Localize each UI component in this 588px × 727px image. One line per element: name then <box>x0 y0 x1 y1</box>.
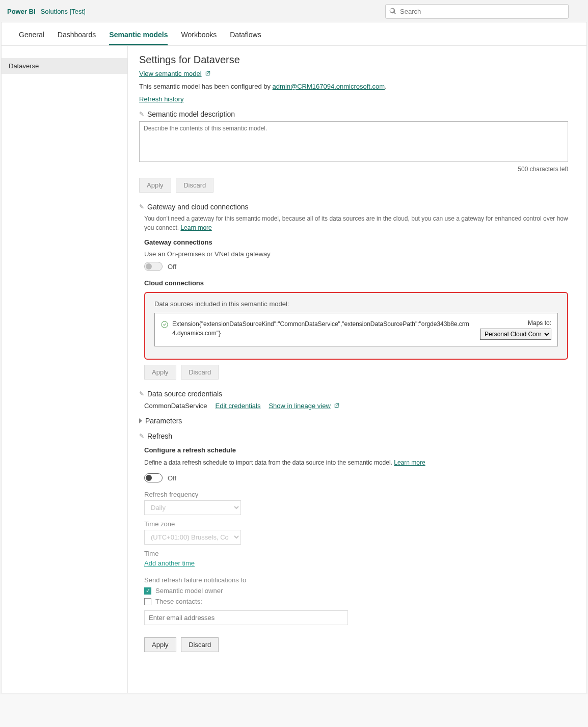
refresh-learn-more-link[interactable]: Learn more <box>394 459 425 466</box>
notify-owner-label: Semantic model owner <box>155 587 223 595</box>
section-description-header[interactable]: ✎ Semantic model description <box>139 110 568 118</box>
refresh-discard-button[interactable]: Discard <box>181 637 219 652</box>
refresh-schedule-toggle[interactable] <box>144 473 163 482</box>
data-source-row: Extension{"extensionDataSourceKind":"Com… <box>154 313 558 346</box>
cloud-connections-highlight: Data sources included in this semantic m… <box>144 292 568 360</box>
edit-icon: ✎ <box>139 203 144 210</box>
notify-contacts-checkbox[interactable] <box>144 598 151 605</box>
notify-owner-checkbox[interactable] <box>144 587 151 595</box>
section-credentials-title: Data source credentials <box>147 390 222 398</box>
workspace-label: Solutions [Test] <box>41 8 86 15</box>
section-gateway-header[interactable]: ✎ Gateway and cloud connections <box>139 203 568 211</box>
refresh-frequency-select: Daily <box>144 500 241 515</box>
configured-text-prefix: This semantic model has been configured … <box>139 83 273 90</box>
svg-point-0 <box>162 321 168 328</box>
notify-email-input[interactable] <box>144 610 348 625</box>
tab-dataflows[interactable]: Dataflows <box>230 31 261 45</box>
configured-text-suffix: . <box>385 83 387 90</box>
maps-to-select[interactable]: Personal Cloud Connect <box>480 329 551 340</box>
refresh-config-heading: Configure a refresh schedule <box>144 446 568 454</box>
edit-icon: ✎ <box>139 111 144 118</box>
time-label: Time <box>144 550 568 557</box>
refresh-apply-button[interactable]: Apply <box>144 637 176 652</box>
tab-workbooks[interactable]: Workbooks <box>181 31 217 45</box>
refresh-history-link[interactable]: Refresh history <box>139 95 183 103</box>
view-semantic-model-link[interactable]: View semantic model <box>139 70 202 77</box>
timezone-label: Time zone <box>144 520 568 528</box>
desc-apply-button[interactable]: Apply <box>139 178 171 193</box>
add-another-time-link[interactable]: Add another time <box>144 559 195 567</box>
description-textarea[interactable] <box>139 121 568 162</box>
edit-credentials-link[interactable]: Edit credentials <box>216 402 261 410</box>
gateway-toggle[interactable] <box>144 262 163 271</box>
chevron-right-icon <box>139 418 142 423</box>
show-lineage-link[interactable]: Show in lineage view <box>269 402 330 410</box>
edit-icon: ✎ <box>139 390 144 397</box>
brand-label: Power BI <box>7 8 36 15</box>
gateway-connections-heading: Gateway connections <box>144 238 568 246</box>
external-link-icon <box>334 402 339 407</box>
notify-contacts-label: These contacts: <box>155 598 202 605</box>
data-source-extension-text: Extension{"extensionDataSourceKind":"Com… <box>172 319 476 338</box>
external-link-icon <box>205 70 210 75</box>
gateway-apply-button[interactable]: Apply <box>144 365 176 380</box>
check-circle-icon <box>161 321 168 328</box>
cloud-connections-heading: Cloud connections <box>144 279 568 287</box>
page-title: Settings for Dataverse <box>139 54 568 66</box>
section-refresh-header[interactable]: ✎ Refresh <box>139 432 568 440</box>
gateway-discard-button[interactable]: Discard <box>181 365 219 380</box>
tab-semantic-models[interactable]: Semantic models <box>109 31 168 45</box>
section-refresh-title: Refresh <box>147 432 172 440</box>
cred-source-name: CommonDataService <box>144 402 207 410</box>
section-parameters-header[interactable]: Parameters <box>139 417 568 425</box>
refresh-toggle-label: Off <box>168 474 176 482</box>
tabs-bar: General Dashboards Semantic models Workb… <box>2 22 586 46</box>
search-input[interactable] <box>385 4 569 19</box>
gateway-learn-more-link[interactable]: Learn more <box>180 224 211 231</box>
timezone-select: (UTC+01:00) Brussels, Copenhagen, M <box>144 530 241 545</box>
sidebar-item-dataverse[interactable]: Dataverse <box>2 58 127 74</box>
refresh-config-note: Define a data refresh schedule to import… <box>144 459 394 466</box>
gateway-toggle-label: Off <box>168 263 176 271</box>
maps-to-label: Maps to: <box>480 319 551 327</box>
desc-discard-button[interactable]: Discard <box>176 178 213 193</box>
ds-included-label: Data sources included in this semantic m… <box>154 300 558 308</box>
section-gateway-title: Gateway and cloud connections <box>147 203 248 211</box>
tab-general[interactable]: General <box>19 31 44 45</box>
notify-heading: Send refresh failure notifications to <box>144 576 568 584</box>
section-description-title: Semantic model description <box>147 110 235 118</box>
tab-dashboards[interactable]: Dashboards <box>58 31 96 45</box>
section-parameters-title: Parameters <box>145 417 182 425</box>
char-count-label: 500 characters left <box>139 166 568 173</box>
use-gateway-label: Use an On-premises or VNet data gateway <box>144 250 568 258</box>
sidebar: Dataverse <box>2 46 128 693</box>
configured-by-email-link[interactable]: admin@CRM167094.onmicrosoft.com <box>273 83 385 90</box>
section-credentials-header[interactable]: ✎ Data source credentials <box>139 390 568 398</box>
edit-icon: ✎ <box>139 433 144 440</box>
refresh-frequency-label: Refresh frequency <box>144 491 568 498</box>
